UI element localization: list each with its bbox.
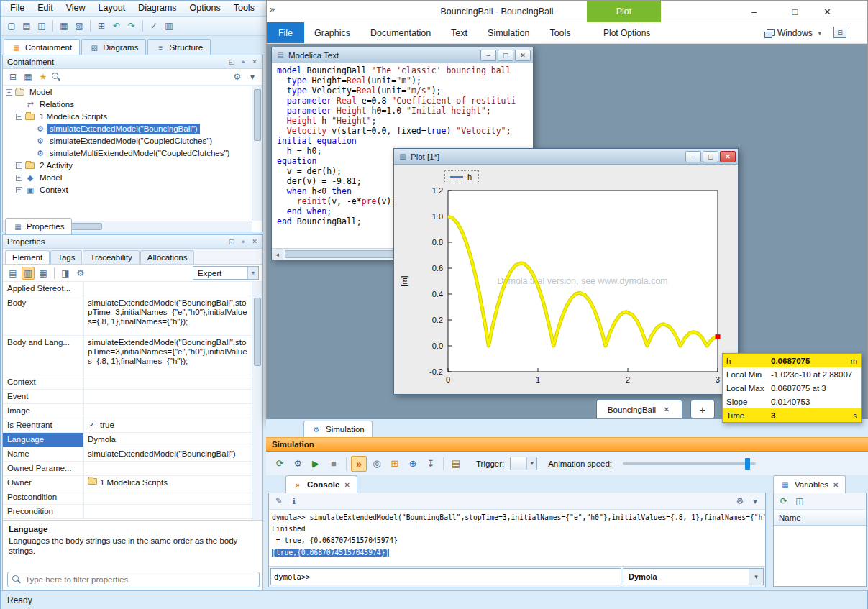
tab-element[interactable]: Element	[5, 250, 50, 264]
restore-panel-icon[interactable]: ◱	[227, 237, 237, 247]
book-icon[interactable]: ▤	[448, 456, 464, 472]
categorized-icon[interactable]: ▤	[6, 267, 19, 280]
dropdown-arrow-icon[interactable]: ▾	[246, 70, 259, 83]
tree-item[interactable]: −Model	[3, 86, 252, 99]
show-panes-button[interactable]: ⊟	[833, 27, 846, 38]
pin-panel-icon[interactable]: ⌖	[238, 57, 248, 67]
expander-minus-icon[interactable]: −	[16, 114, 22, 120]
refresh-icon[interactable]: ⟳	[777, 495, 790, 508]
menu-options[interactable]: Options	[183, 1, 227, 16]
close-button[interactable]: ✕	[811, 1, 844, 22]
tree-item[interactable]: +▣Context	[3, 184, 252, 196]
property-row[interactable]: LanguageDymola	[3, 433, 253, 447]
favorites-icon[interactable]: ★	[37, 70, 50, 83]
tree-label[interactable]: Model	[37, 173, 64, 183]
search-icon[interactable]	[52, 73, 60, 81]
properties-filter-input[interactable]	[25, 575, 255, 584]
tab-close-icon[interactable]: ✕	[833, 481, 839, 489]
tree-item[interactable]: ⚙simulateMultiExtendedModel("CoupledClut…	[3, 147, 252, 160]
restore-panel-icon[interactable]: ◱	[227, 57, 237, 67]
animation-speed-slider[interactable]	[623, 462, 756, 465]
validate-icon[interactable]: ✓	[147, 19, 160, 32]
ribbon-tab-tools[interactable]: Tools	[539, 22, 580, 43]
containment-panel-header[interactable]: Containment ◱⌖✕	[3, 55, 262, 69]
tree-item[interactable]: ⚙simulateExtendedModel("BouncingBall")	[3, 123, 252, 135]
redo-icon[interactable]: ↷	[125, 19, 138, 32]
options-gear-icon[interactable]: ⚙	[231, 70, 244, 83]
layout-icon[interactable]: ▥	[163, 19, 175, 32]
fast-forward-button[interactable]: »	[351, 456, 367, 472]
restore-button[interactable]: ▢	[703, 151, 718, 162]
property-value[interactable]	[84, 404, 253, 418]
windows-menu[interactable]: Windows ▾	[764, 22, 823, 44]
property-row[interactable]: Body and Lang...simulateExtendedModel("B…	[3, 336, 253, 375]
tree-label[interactable]: Relations	[37, 99, 76, 110]
ribbon-tab-plot[interactable]: Plot	[587, 1, 661, 22]
alphabetic-icon[interactable]: ▥	[22, 267, 35, 280]
ribbon-tab-documentation[interactable]: Documentation	[360, 22, 441, 43]
pin-panel-icon[interactable]: ⌖	[238, 237, 248, 247]
tree-label[interactable]: 2.Activity	[37, 160, 75, 171]
properties-mode-select[interactable]: Expert ▾	[193, 266, 259, 280]
settings-icon[interactable]: ⚙	[290, 456, 306, 472]
bouncing-ball-plot[interactable]: -0.20.00.20.40.60.81.01.20123[m]Dymola t…	[394, 165, 739, 395]
tree-label[interactable]: simulateExtendedModel("CoupledClutches")	[47, 136, 214, 147]
edit-icon[interactable]: ✎	[273, 495, 285, 508]
export-icon[interactable]: ↧	[423, 456, 439, 472]
property-row[interactable]: Owner1.Modelica Scripts	[3, 476, 253, 490]
tab-tags[interactable]: Tags	[50, 250, 82, 264]
menu-view[interactable]: View	[60, 1, 92, 16]
property-row[interactable]: Applied Stereot...	[3, 282, 253, 296]
layout-grid-icon[interactable]: ⊞	[387, 456, 403, 472]
property-value[interactable]: Dymola	[84, 433, 253, 447]
menu-file[interactable]: File	[4, 1, 31, 16]
slider-handle[interactable]	[745, 458, 750, 470]
stop-icon[interactable]: ■	[326, 456, 342, 472]
open-diagram-icon[interactable]: ▦	[22, 70, 35, 83]
dymola-title-bar[interactable]: » BouncingBall - BouncingBall Plot – □ ✕	[267, 1, 867, 22]
properties-panel-header[interactable]: Properties ◱⌖✕	[3, 235, 262, 249]
property-value[interactable]	[84, 375, 253, 389]
ribbon-tab-text[interactable]: Text	[441, 22, 478, 43]
expander-minus-icon[interactable]: −	[6, 89, 12, 96]
property-value[interactable]	[84, 505, 253, 518]
customize-icon[interactable]: ◨	[59, 267, 72, 280]
expander-plus-icon[interactable]: +	[16, 175, 22, 181]
tab-properties[interactable]: ▦ Properties	[5, 218, 72, 234]
options-gear-icon[interactable]: ⚙	[734, 495, 746, 508]
variables-name-header[interactable]: Name	[774, 510, 866, 526]
info-icon[interactable]: ℹ	[288, 495, 301, 508]
expander-plus-icon[interactable]: +	[16, 162, 22, 169]
tree-label[interactable]: Context	[37, 185, 70, 196]
console-output[interactable]: dymola>> simulateExtendedModel("Bouncing…	[269, 510, 765, 566]
menu-tools[interactable]: Tools	[227, 1, 261, 16]
property-value[interactable]	[84, 282, 253, 296]
close-button[interactable]: ✕	[515, 50, 531, 61]
property-row[interactable]: NamesimulateExtendedModel("BouncingBall"…	[3, 447, 253, 462]
property-row[interactable]: Is Reentranttrue	[3, 418, 253, 433]
dropdown-arrow-icon[interactable]: ▾	[749, 495, 762, 508]
plot-legend[interactable]: h	[444, 170, 479, 183]
tree-label[interactable]: 1.Modelica Scripts	[37, 111, 109, 122]
tab-variables[interactable]: ▦ Variables ✕	[773, 475, 846, 493]
tab-close-icon[interactable]: ✕	[344, 481, 350, 489]
expand-tree-icon[interactable]: ⊟	[6, 70, 19, 83]
property-row[interactable]: BodysimulateExtendedModel("BouncingBall"…	[3, 296, 253, 336]
property-row[interactable]: Precondition	[3, 505, 253, 519]
plot-window-title-bar[interactable]: ▥ Plot [1*] – ▢ ✕	[394, 149, 738, 165]
close-panel-icon[interactable]: ✕	[250, 237, 260, 247]
property-value[interactable]	[84, 462, 253, 475]
checkbox-checked-icon[interactable]	[88, 421, 96, 429]
property-value[interactable]: 1.Modelica Scripts	[84, 476, 253, 490]
new-tab-button[interactable]: +	[690, 400, 715, 418]
refresh-icon[interactable]: ⟳	[272, 456, 288, 472]
property-value[interactable]: simulateExtendedModel("BouncingBall")	[84, 447, 253, 461]
kernel-select[interactable]: Dymola ▾	[623, 568, 764, 585]
undo-icon[interactable]: ↶	[110, 19, 123, 32]
properties-vscrollbar[interactable]	[252, 282, 262, 520]
document-tab-bouncingball[interactable]: BouncingBall ✕	[596, 400, 682, 418]
ribbon-tab-file[interactable]: File	[267, 22, 304, 43]
property-value[interactable]	[84, 490, 253, 504]
tab-console[interactable]: » Console ✕	[285, 475, 357, 493]
minimize-button[interactable]: –	[480, 50, 496, 61]
